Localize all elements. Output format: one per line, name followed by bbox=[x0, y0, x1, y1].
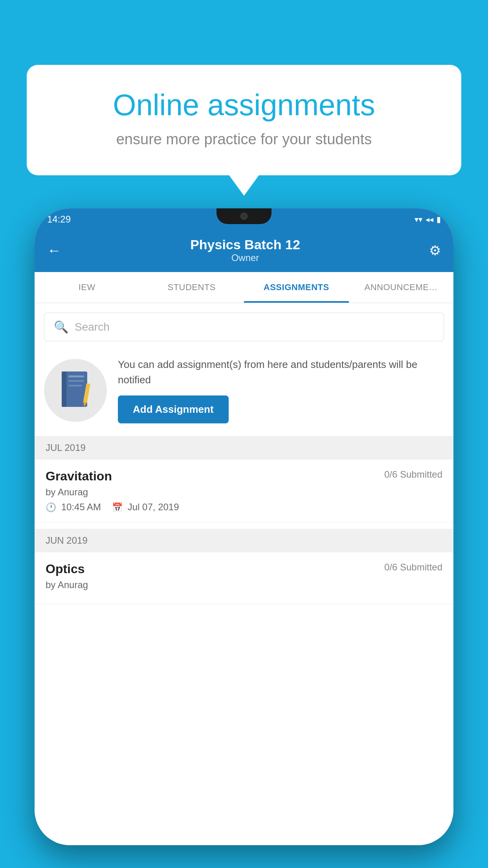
status-icons: ▾▾ ◂◂ ▮ bbox=[415, 215, 441, 224]
search-icon: 🔍 bbox=[54, 320, 68, 334]
phone-inner: 14:29 ▾▾ ◂◂ ▮ ← Physics Batch 12 Owner ⚙… bbox=[35, 208, 453, 845]
section-header-jul: JUL 2019 bbox=[35, 436, 453, 460]
assignment-item-header: Gravitation 0/6 Submitted bbox=[46, 469, 442, 484]
info-text: You can add assignment(s) from here and … bbox=[118, 357, 444, 423]
phone-camera bbox=[240, 213, 248, 220]
tab-assignments[interactable]: ASSIGNMENTS bbox=[244, 272, 349, 303]
back-button[interactable]: ← bbox=[47, 242, 61, 259]
assignment-name-optics: Optics bbox=[46, 562, 85, 576]
time-meta: 🕐 10:45 AM bbox=[46, 502, 101, 513]
assignment-name: Gravitation bbox=[46, 469, 112, 484]
assignment-submitted: 0/6 Submitted bbox=[384, 469, 442, 480]
wifi-icon: ▾▾ bbox=[415, 215, 422, 224]
assignment-icon-circle bbox=[44, 359, 107, 422]
phone-frame: 14:29 ▾▾ ◂◂ ▮ ← Physics Batch 12 Owner ⚙… bbox=[35, 208, 453, 845]
notebook-svg bbox=[60, 371, 91, 409]
screen-content: 🔍 Search bbox=[35, 303, 453, 845]
speech-bubble: Online assignments ensure more practice … bbox=[27, 65, 461, 175]
tab-iew[interactable]: IEW bbox=[35, 272, 139, 303]
search-bar[interactable]: 🔍 Search bbox=[44, 313, 444, 341]
svg-rect-1 bbox=[62, 371, 66, 407]
info-card: You can add assignment(s) from here and … bbox=[44, 351, 444, 430]
assignment-meta: 🕐 10:45 AM 📅 Jul 07, 2019 bbox=[46, 502, 442, 513]
battery-icon: ▮ bbox=[437, 215, 441, 224]
speech-bubble-subtitle: ensure more practice for your students bbox=[54, 131, 434, 148]
speech-bubble-container: Online assignments ensure more practice … bbox=[27, 65, 461, 175]
speech-bubble-title: Online assignments bbox=[54, 88, 434, 121]
status-bar: 14:29 ▾▾ ◂◂ ▮ bbox=[35, 208, 453, 230]
svg-rect-2 bbox=[68, 375, 84, 377]
header-subtitle: Owner bbox=[190, 252, 300, 263]
status-time: 14:29 bbox=[47, 214, 71, 225]
tab-students[interactable]: STUDENTS bbox=[139, 272, 244, 303]
assignment-by-optics: by Anurag bbox=[46, 579, 442, 590]
settings-button[interactable]: ⚙ bbox=[429, 243, 441, 258]
signal-icon: ◂◂ bbox=[426, 215, 433, 224]
phone-notch bbox=[216, 208, 272, 224]
clock-icon: 🕐 bbox=[46, 502, 56, 512]
search-placeholder: Search bbox=[75, 321, 110, 333]
section-header-jun: JUN 2019 bbox=[35, 529, 453, 552]
app-header: ← Physics Batch 12 Owner ⚙ bbox=[35, 230, 453, 272]
header-center: Physics Batch 12 Owner bbox=[190, 237, 300, 263]
assignment-item-header-optics: Optics 0/6 Submitted bbox=[46, 562, 442, 576]
tab-announcements[interactable]: ANNOUNCEME… bbox=[349, 272, 454, 303]
add-assignment-button[interactable]: Add Assignment bbox=[118, 395, 229, 423]
assignment-item-optics[interactable]: Optics 0/6 Submitted by Anurag bbox=[35, 552, 453, 604]
svg-rect-3 bbox=[68, 380, 84, 382]
date-meta: 📅 Jul 07, 2019 bbox=[112, 502, 179, 513]
header-title: Physics Batch 12 bbox=[190, 237, 300, 252]
assignment-submitted-optics: 0/6 Submitted bbox=[384, 562, 442, 573]
svg-rect-4 bbox=[68, 385, 82, 386]
info-description: You can add assignment(s) from here and … bbox=[118, 357, 444, 388]
calendar-icon: 📅 bbox=[112, 502, 123, 512]
assignment-by: by Anurag bbox=[46, 487, 442, 498]
assignment-item-gravitation[interactable]: Gravitation 0/6 Submitted by Anurag 🕐 10… bbox=[35, 460, 453, 522]
tab-bar: IEW STUDENTS ASSIGNMENTS ANNOUNCEME… bbox=[35, 272, 453, 303]
